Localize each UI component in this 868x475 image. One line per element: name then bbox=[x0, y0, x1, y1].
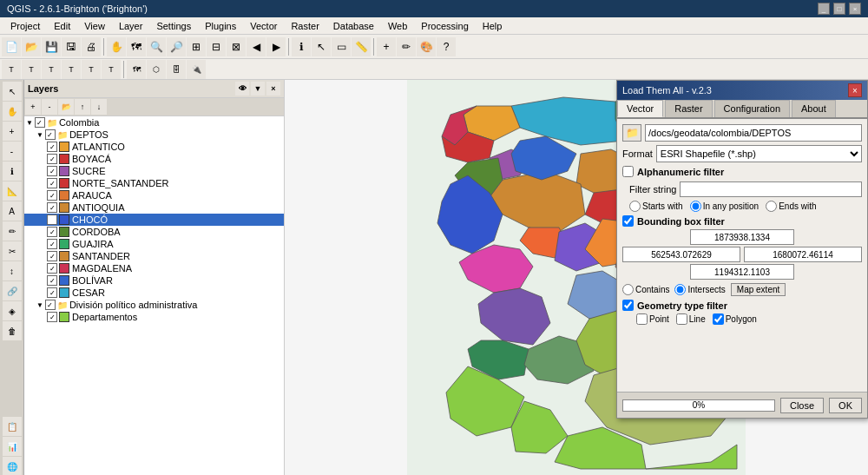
tb2-vector-btn[interactable]: ⬡ bbox=[147, 60, 166, 79]
save-button[interactable]: 💾 bbox=[42, 37, 61, 56]
tab-configuration[interactable]: Configuration bbox=[714, 100, 790, 117]
tb2-btn2[interactable]: T bbox=[22, 60, 41, 79]
side-bottom2-btn[interactable]: 📊 bbox=[3, 437, 22, 456]
tree-item-departamentos[interactable]: ✓ Departamentos bbox=[24, 311, 284, 323]
point-checkbox[interactable] bbox=[636, 313, 648, 325]
close-button[interactable]: Close bbox=[780, 398, 824, 413]
layers-eye-btn[interactable]: 👁 bbox=[235, 82, 249, 96]
side-bottom1-btn[interactable]: 📋 bbox=[3, 417, 22, 436]
new-project-button[interactable]: 📄 bbox=[2, 37, 21, 56]
side-zoom-out-btn[interactable]: - bbox=[3, 142, 22, 161]
measure-button[interactable]: 📏 bbox=[352, 37, 371, 56]
geometry-filter-checkbox[interactable] bbox=[622, 300, 634, 311]
layers-remove-btn[interactable]: - bbox=[42, 99, 57, 115]
maximize-button[interactable]: □ bbox=[833, 3, 845, 15]
tree-item-boyaca[interactable]: ✓ BOYACÁ bbox=[24, 153, 284, 165]
menu-web[interactable]: Web bbox=[381, 19, 414, 33]
colombia-checkbox[interactable]: ✓ bbox=[35, 117, 45, 128]
norte-santander-checkbox[interactable]: ✓ bbox=[47, 178, 57, 188]
add-layer-button[interactable]: + bbox=[377, 37, 396, 56]
layers-filter-btn[interactable]: ▼ bbox=[251, 82, 265, 96]
zoom-in-button[interactable]: 🔍 bbox=[147, 37, 166, 56]
division-checkbox[interactable]: ✓ bbox=[45, 300, 56, 310]
bbox-right-input[interactable] bbox=[744, 247, 862, 262]
side-zoom-in-btn[interactable]: + bbox=[3, 122, 22, 141]
tree-item-antioquia[interactable]: ✓ ANTIOQUIA bbox=[24, 201, 284, 214]
side-snap-btn[interactable]: 🔗 bbox=[3, 281, 22, 300]
browse-button[interactable]: 📁 bbox=[622, 124, 641, 142]
layers-up-btn[interactable]: ↑ bbox=[75, 99, 90, 115]
santander-checkbox[interactable]: ✓ bbox=[47, 251, 57, 261]
arauca-checkbox[interactable]: ✓ bbox=[47, 190, 57, 201]
tree-item-choco[interactable]: ✓ CHOCÓ bbox=[24, 214, 284, 226]
layers-add-btn[interactable]: + bbox=[25, 99, 41, 115]
menu-project[interactable]: Project bbox=[3, 19, 47, 33]
tree-item-sucre[interactable]: ✓ SUCRE bbox=[24, 165, 284, 177]
side-edit-btn[interactable]: ✂ bbox=[3, 241, 22, 261]
tree-item-arauca[interactable]: ✓ ARAUCA bbox=[24, 189, 284, 201]
radio-intersects[interactable]: Intersects bbox=[674, 284, 725, 295]
side-move-btn[interactable]: ↕ bbox=[3, 261, 22, 280]
ok-button[interactable]: OK bbox=[829, 398, 862, 413]
sucre-checkbox[interactable]: ✓ bbox=[47, 166, 57, 176]
digitize-button[interactable]: ✏ bbox=[397, 37, 416, 56]
dialog-close-button[interactable]: × bbox=[848, 83, 862, 97]
menu-settings[interactable]: Settings bbox=[149, 19, 198, 33]
side-node-btn[interactable]: ◈ bbox=[3, 301, 22, 320]
polygon-checkbox[interactable] bbox=[713, 313, 724, 325]
tree-item-colombia[interactable]: ▼ ✓ 📁 Colombia bbox=[24, 116, 284, 129]
tab-vector[interactable]: Vector bbox=[617, 100, 663, 117]
cesar-checkbox[interactable]: ✓ bbox=[47, 287, 57, 298]
bolivar-checkbox[interactable]: ✓ bbox=[47, 275, 57, 286]
menu-processing[interactable]: Processing bbox=[414, 19, 475, 33]
menu-vector[interactable]: Vector bbox=[243, 19, 284, 33]
save-as-button[interactable]: 🖫 bbox=[62, 37, 81, 56]
side-add-feature-btn[interactable]: ✏ bbox=[3, 221, 22, 241]
tb2-render-btn[interactable]: 🗺 bbox=[127, 60, 146, 79]
tree-item-division[interactable]: ▼ ✓ 📁 División político administrativa bbox=[24, 299, 284, 311]
map-area[interactable]: Load Them All - v.2.3 × Vector Raster Co… bbox=[285, 80, 868, 475]
style-button[interactable]: 🎨 bbox=[417, 37, 436, 56]
layers-open-btn[interactable]: 📂 bbox=[58, 99, 74, 115]
map-extent-button[interactable]: Map extent bbox=[731, 283, 786, 296]
menu-view[interactable]: View bbox=[77, 19, 112, 33]
side-delete-btn[interactable]: 🗑 bbox=[3, 321, 22, 340]
layers-close-btn[interactable]: × bbox=[266, 82, 280, 96]
tb2-dbmanager-btn[interactable]: 🗄 bbox=[167, 60, 186, 79]
zoom-prev-button[interactable]: ◀ bbox=[247, 37, 266, 56]
tree-item-magdalena[interactable]: ✓ MAGDALENA bbox=[24, 262, 284, 274]
cordoba-checkbox[interactable]: ✓ bbox=[47, 227, 57, 237]
menu-database[interactable]: Database bbox=[326, 19, 381, 33]
pan-button[interactable]: ✋ bbox=[107, 37, 126, 56]
bbox-bottom-input[interactable] bbox=[690, 264, 794, 280]
format-select[interactable]: ESRI Shapefile (*.shp) bbox=[656, 145, 862, 162]
side-measure-btn[interactable]: 📐 bbox=[3, 181, 22, 201]
choco-checkbox[interactable]: ✓ bbox=[47, 214, 57, 225]
select-button[interactable]: ↖ bbox=[312, 37, 331, 56]
minimize-button[interactable]: _ bbox=[818, 3, 830, 15]
atlantico-checkbox[interactable]: ✓ bbox=[47, 142, 57, 152]
tree-item-santander[interactable]: ✓ SANTANDER bbox=[24, 250, 284, 262]
tree-item-bolivar[interactable]: ✓ BOLÍVAR bbox=[24, 274, 284, 287]
side-bottom3-btn[interactable]: 🌐 bbox=[3, 457, 22, 475]
radio-in-any-position[interactable]: In any position bbox=[690, 201, 760, 212]
zoom-out-button[interactable]: 🔎 bbox=[167, 37, 186, 56]
radio-ends-with[interactable]: Ends with bbox=[766, 201, 816, 212]
side-select-btn[interactable]: ↖ bbox=[3, 82, 22, 101]
bbox-checkbox[interactable] bbox=[622, 215, 634, 227]
bbox-top-input[interactable] bbox=[690, 229, 794, 245]
menu-layer[interactable]: Layer bbox=[112, 19, 150, 33]
filter-string-input[interactable] bbox=[680, 181, 862, 197]
antioquia-checkbox[interactable]: ✓ bbox=[47, 202, 57, 213]
alphanumeric-checkbox[interactable] bbox=[622, 166, 634, 177]
open-button[interactable]: 📂 bbox=[22, 37, 41, 56]
guajira-checkbox[interactable]: ✓ bbox=[47, 239, 57, 249]
deptos-checkbox[interactable]: ✓ bbox=[45, 129, 56, 140]
bbox-left-input[interactable] bbox=[622, 247, 740, 262]
side-pan-btn[interactable]: ✋ bbox=[3, 102, 22, 121]
magdalena-checkbox[interactable]: ✓ bbox=[47, 263, 57, 274]
line-checkbox[interactable] bbox=[676, 313, 687, 325]
tree-item-deptos[interactable]: ▼ ✓ 📁 DEPTOS bbox=[24, 129, 284, 141]
tree-item-cordoba[interactable]: ✓ CORDOBA bbox=[24, 226, 284, 238]
menu-raster[interactable]: Raster bbox=[284, 19, 326, 33]
